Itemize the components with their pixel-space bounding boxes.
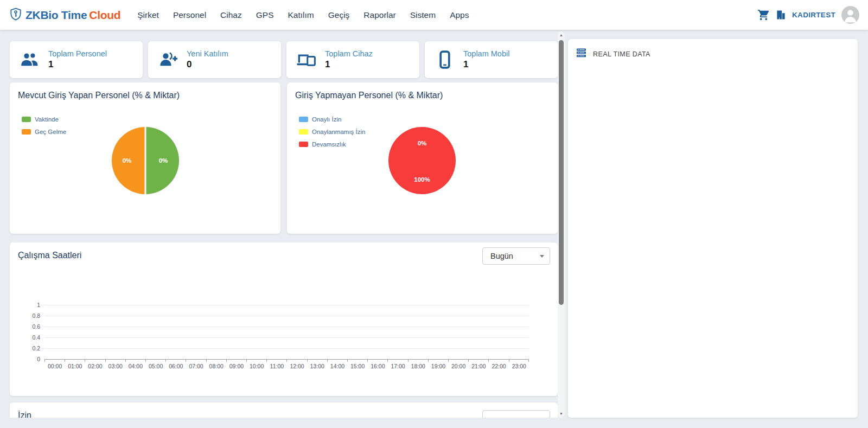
scroll-down-arrow-icon[interactable]: ▼ (558, 411, 565, 417)
company-icon[interactable] (776, 10, 786, 20)
x-axis-label: 03:00 (108, 363, 123, 369)
gridline (44, 305, 529, 305)
nav-item-gps[interactable]: GPS (249, 0, 281, 30)
avatar[interactable] (841, 6, 859, 24)
x-axis-tick: 20:00 (448, 359, 468, 362)
x-axis-label: 09:00 (229, 363, 244, 369)
legend-item-vaktinde[interactable]: Vaktinde (22, 116, 66, 123)
x-axis-label: 21:00 (471, 363, 486, 369)
pie-chart-not-checked-in: 0%100% (388, 127, 456, 194)
x-axis-label: 01:00 (68, 363, 82, 369)
legend-swatch (22, 117, 31, 122)
gridline (44, 348, 529, 349)
x-axis-tick: 07:00 (186, 359, 206, 362)
legend-item-gec-gelme[interactable]: Geç Gelme (22, 129, 66, 135)
x-axis-tick: 05:00 (145, 359, 165, 362)
main-menu: ŞirketPersonelCihazGPSKatılımGeçişRaporl… (130, 0, 476, 30)
legend-label: Geç Gelme (35, 129, 66, 135)
x-axis-tick: 12:00 (286, 359, 307, 362)
x-axis-tick: 19:00 (428, 359, 448, 362)
nav-item-gecis[interactable]: Geçiş (321, 0, 357, 30)
nav-item-apps[interactable]: Apps (443, 0, 476, 30)
legend-item-onaylanmamis-i-zin[interactable]: Onaylanmamış İzin (299, 129, 365, 135)
scroll-up-arrow-icon[interactable]: ▲ (558, 33, 565, 38)
logo-text-primary: ZKBio Time (25, 9, 87, 21)
x-axis-tick: 00:00 (44, 359, 65, 362)
nav-item-cihaz[interactable]: Cihaz (213, 0, 249, 30)
card-title: Giriş Yapmayan Personel (% & Miktar) (287, 82, 558, 100)
x-axis-label: 18:00 (411, 363, 425, 369)
x-axis-label: 23:00 (512, 363, 526, 369)
stat-label: Yeni Katılım (187, 49, 228, 58)
stat-card-yeni-katilim[interactable]: Yeni Katılım0 (148, 41, 281, 78)
legend-label: Onaylanmamış İzin (312, 129, 365, 135)
stat-card-toplam-personel[interactable]: Toplam Personel1 (10, 41, 143, 78)
pie-card-checked-in: Mevcut Giriş Yapan Personel (% & Miktar)… (10, 82, 280, 234)
pie-card-not-checked-in: Giriş Yapmayan Personel (% & Miktar) Ona… (287, 82, 558, 234)
stat-label: Toplam Mobil (463, 49, 509, 58)
dashboard-screen: ZKBio TimeCloud ŞirketPersonelCihazGPSKa… (0, 0, 868, 428)
cart-icon[interactable] (757, 9, 770, 21)
x-axis-tick: 18:00 (408, 359, 428, 362)
stat-card-toplam-cihaz[interactable]: Toplam Cihaz1 (286, 41, 419, 78)
nav-item-personel[interactable]: Personel (166, 0, 213, 30)
x-axis-label: 19:00 (431, 363, 445, 369)
y-axis-label: 0.2 (32, 345, 40, 352)
pie-legend: VaktindeGeç Gelme (22, 116, 66, 141)
x-axis-label: 14:00 (330, 363, 344, 369)
pie-percent-label: 100% (414, 176, 430, 183)
pie-legend: Onaylı İzinOnaylanmamış İzinDevamsızlık (299, 116, 365, 154)
x-axis-tick: 21:00 (468, 359, 488, 362)
pie-percent-label: 0% (159, 157, 168, 164)
leave-card: İzin (10, 403, 558, 418)
x-axis-label: 10:00 (250, 363, 264, 369)
x-axis-tick: 11:00 (266, 359, 286, 362)
x-axis-label: 17:00 (391, 363, 405, 369)
x-axis-tick: 03:00 (105, 359, 125, 362)
y-axis-label: 0.8 (32, 312, 40, 319)
x-axis-tick: 09:00 (226, 359, 246, 362)
x-axis-label: 07:00 (189, 363, 203, 369)
real-time-data-header: REAL TIME DATA (568, 39, 858, 69)
legend-swatch (299, 142, 308, 147)
card-title: Mevcut Giriş Yapan Personel (% & Miktar) (10, 82, 280, 100)
scrollbar-thumb[interactable] (559, 40, 564, 305)
x-axis-label: 08:00 (209, 363, 224, 369)
nav-item-raporlar[interactable]: Raporlar (356, 0, 403, 30)
mobile-phone-icon (433, 50, 456, 69)
top-navigation-bar: ZKBio TimeCloud ŞirketPersonelCihazGPSKa… (0, 0, 868, 30)
x-axis-tick: 10:00 (246, 359, 266, 362)
x-axis-tick: 08:00 (206, 359, 226, 362)
account-name[interactable]: KADIRTEST (792, 11, 835, 19)
x-axis-tick: 06:00 (165, 359, 186, 362)
y-axis-label: 0.4 (32, 334, 40, 341)
devices-icon (295, 52, 318, 68)
x-axis-tick: 16:00 (367, 359, 387, 362)
stat-card-toplam-mobil[interactable]: Toplam Mobil1 (425, 41, 558, 78)
list-icon (577, 48, 586, 60)
x-axis-label: 20:00 (451, 363, 465, 369)
x-axis-label: 05:00 (149, 363, 163, 369)
date-range-select[interactable]: Bugün (482, 247, 550, 265)
main-content: Toplam Personel1Yeni Katılım0Toplam Ciha… (0, 30, 566, 418)
real-time-data-panel: REAL TIME DATA (568, 39, 858, 418)
x-axis-label: 06:00 (169, 363, 183, 369)
legend-item-onayli-i-zin[interactable]: Onaylı İzin (299, 116, 365, 123)
x-axis-tick: 22:00 (488, 359, 508, 362)
pie-chart-checked-in: 0%0% (112, 127, 179, 194)
x-axis-label: 13:00 (310, 363, 324, 369)
nav-item-sistem[interactable]: Sistem (403, 0, 443, 30)
nav-item-katilim[interactable]: Katılım (280, 0, 321, 30)
vertical-scrollbar[interactable]: ▲ ▼ (558, 31, 565, 418)
leave-range-select[interactable] (482, 410, 550, 418)
x-axis-label: 04:00 (129, 363, 143, 369)
x-axis-tick: 15:00 (347, 359, 367, 362)
x-axis-tick: 13:00 (307, 359, 327, 362)
y-axis-label: 0.6 (32, 323, 40, 330)
stat-value: 1 (463, 59, 509, 70)
legend-label: Onaylı İzin (312, 116, 341, 123)
nav-item-sirket[interactable]: Şirket (130, 0, 166, 30)
x-axis-tick: 04:00 (125, 359, 145, 362)
legend-item-devamsizlik[interactable]: Devamsızlık (299, 141, 365, 148)
app-logo[interactable]: ZKBio TimeCloud (9, 7, 120, 23)
